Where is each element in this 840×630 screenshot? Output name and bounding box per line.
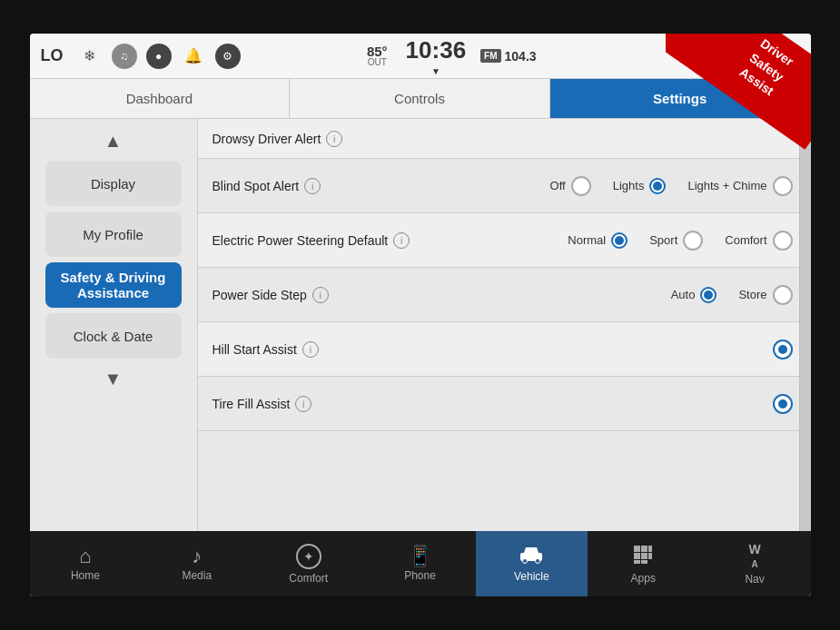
radio-circle-auto[interactable] [700, 287, 716, 303]
radio-label-store: Store [738, 288, 766, 301]
svg-rect-6 [648, 546, 652, 552]
radio-label-normal: Normal [568, 233, 606, 247]
nav-label-media: Media [182, 570, 212, 581]
sidebar-chevron-up[interactable]: ▲ [50, 126, 177, 155]
svg-rect-5 [641, 546, 647, 552]
radio-label-lights: Lights [613, 179, 645, 192]
sidebar-item-my-profile[interactable]: My Profile [45, 212, 182, 257]
radio-circle-normal[interactable] [611, 232, 628, 249]
table-row: Blind Spot Alert i Off Lights [198, 159, 811, 213]
info-icon[interactable]: i [312, 287, 329, 303]
svg-rect-7 [634, 553, 640, 559]
nav-label-apps: Apps [631, 573, 656, 584]
table-row: Power Side Step i Auto Store [198, 268, 811, 322]
sidebar-item-display[interactable]: Display [45, 161, 182, 206]
radio-circle-lights[interactable] [649, 178, 666, 194]
radio-circle-lights-chime[interactable] [773, 176, 793, 196]
climate-icon: ❄ [77, 44, 103, 69]
settings-panel: Drowsy Driver Alert i Blind Spot Alert i… [198, 119, 811, 531]
nav-item-nav[interactable]: WA Nav [699, 531, 811, 596]
tfa-label: Tire Fill Assist [212, 397, 291, 411]
fm-badge: FM [480, 49, 500, 63]
nav-item-vehicle[interactable]: Vehicle [476, 531, 588, 596]
nav-item-media[interactable]: ♪ Media [141, 531, 252, 596]
toggle-circle-tfa[interactable] [773, 394, 793, 414]
home-icon: ⌂ [79, 546, 91, 566]
radio-label-off: Off [550, 179, 566, 192]
radio-circle-comfort[interactable] [773, 231, 793, 251]
eps-label: Electric Power Steering Default [212, 233, 389, 248]
content-area: ▲ Display My Profile Safety & Driving As… [30, 119, 811, 531]
radio-circle-off[interactable] [571, 176, 591, 196]
gear-icon: ⚙ [215, 44, 241, 69]
radio-option-normal[interactable]: Normal [568, 232, 628, 249]
radio-option-off[interactable]: Off [550, 176, 591, 196]
svg-marker-1 [524, 547, 539, 553]
info-icon[interactable]: i [393, 232, 410, 249]
phone-icon: 📱 [408, 546, 432, 566]
bezel: Driver Safety Assist LO ❄ ♫ ● 🔔 ⚙ 85° [0, 0, 840, 630]
nav-item-comfort[interactable]: ✦ Comfort [252, 531, 364, 596]
toggle-option-hsa[interactable] [773, 340, 793, 359]
media-icon: ♪ [192, 546, 202, 566]
bottom-nav: ⌂ Home ♪ Media ✦ Comfort 📱 Phone [30, 531, 811, 596]
nav-label-home: Home [71, 570, 100, 581]
nav-item-phone[interactable]: 📱 Phone [364, 531, 476, 596]
radio-option-lights[interactable]: Lights [613, 178, 667, 194]
radio-circle-store[interactable] [773, 285, 793, 305]
temperature: 85° [367, 44, 388, 58]
sidebar: ▲ Display My Profile Safety & Driving As… [30, 119, 198, 531]
svg-point-2 [523, 559, 528, 564]
clock[interactable]: 10:36 ▼ [406, 36, 467, 76]
setting-options: Auto Store [394, 285, 793, 305]
svg-rect-4 [634, 546, 640, 552]
radio-option-comfort[interactable]: Comfort [725, 231, 792, 251]
nav-label-vehicle: Vehicle [514, 571, 549, 582]
lo-left: LO [41, 46, 70, 65]
toggle-option-tfa[interactable] [773, 394, 793, 414]
temp-display: 85° OUT [367, 44, 388, 67]
nav-item-apps[interactable]: Apps [588, 531, 699, 596]
sidebar-item-display-label: Display [91, 176, 135, 192]
sidebar-item-clock-date[interactable]: Clock & Date [45, 313, 182, 359]
sidebar-item-my-profile-label: My Profile [83, 227, 143, 242]
tab-dashboard[interactable]: Dashboard [30, 79, 291, 118]
radio-label-lights-chime: Lights + Chime [687, 179, 766, 192]
status-icons: ❄ ♫ ● 🔔 ⚙ [77, 44, 360, 69]
pss-label: Power Side Step [212, 288, 307, 302]
info-icon[interactable]: i [295, 396, 311, 412]
info-icon[interactable]: i [302, 341, 319, 358]
setting-label: Hill Start Assist i [212, 341, 394, 358]
setting-options [394, 340, 793, 359]
sidebar-item-safety-driving[interactable]: Safety & Driving Assistance [45, 262, 182, 308]
radio-option-auto[interactable]: Auto [671, 287, 717, 303]
radio-option-sport[interactable]: Sport [649, 231, 703, 251]
screen: Driver Safety Assist LO ❄ ♫ ● 🔔 ⚙ 85° [30, 34, 811, 596]
blind-spot-label: Blind Spot Alert [212, 179, 300, 193]
radio-label-comfort: Comfort [725, 233, 766, 247]
tab-controls[interactable]: Controls [290, 79, 550, 118]
nav-label-nav: Nav [745, 574, 764, 585]
setting-label: Tire Fill Assist i [212, 396, 394, 412]
dsa-banner-container: Driver Safety Assist [666, 34, 811, 152]
scrollbar-thumb[interactable] [800, 119, 811, 346]
audio-icon: ♫ [112, 44, 137, 69]
info-icon[interactable]: i [326, 131, 342, 147]
radio-label-sport: Sport [649, 233, 677, 247]
circle-icon: ● [146, 44, 172, 69]
hsa-label: Hill Start Assist [212, 342, 297, 357]
info-icon[interactable]: i [304, 178, 321, 194]
scrollbar-arrow-down[interactable]: ▼ [800, 509, 811, 531]
bell-icon: 🔔 [181, 44, 206, 69]
nav-item-home[interactable]: ⌂ Home [30, 531, 142, 596]
vehicle-icon [519, 546, 544, 567]
nav-icon: WA [748, 543, 760, 571]
scrollbar[interactable]: ▼ [800, 119, 811, 531]
radio-option-store[interactable]: Store [738, 285, 792, 305]
out-label: OUT [367, 58, 388, 67]
radio-option-lights-chime[interactable]: Lights + Chime [687, 176, 792, 196]
radio-circle-sport[interactable] [683, 231, 703, 251]
sidebar-chevron-down[interactable]: ▼ [50, 364, 177, 393]
toggle-circle-hsa[interactable] [773, 340, 793, 359]
setting-options [394, 394, 793, 414]
